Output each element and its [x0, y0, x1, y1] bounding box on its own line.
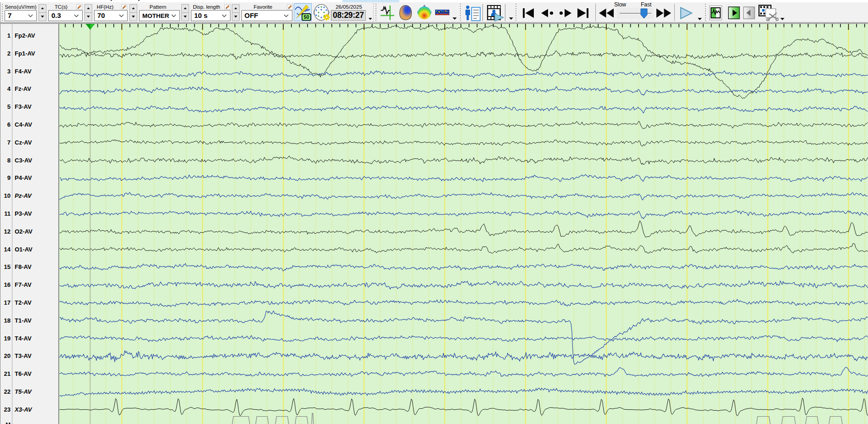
svg-text:50: 50: [303, 14, 309, 20]
